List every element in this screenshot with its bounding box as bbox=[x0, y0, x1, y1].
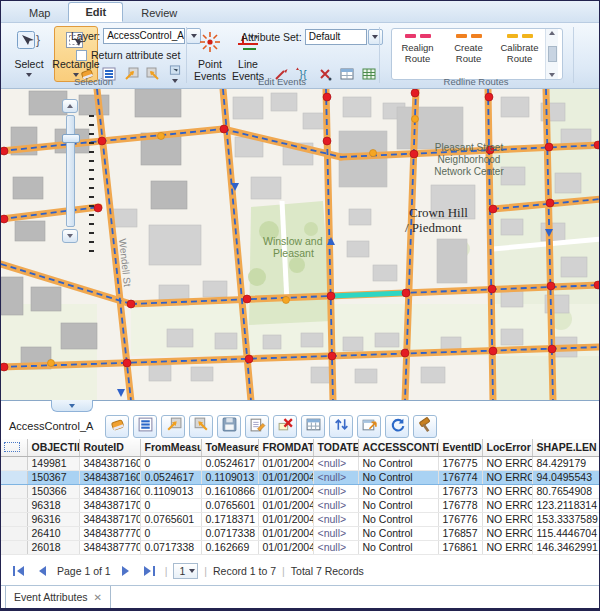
cell: 146.3462991 bbox=[532, 540, 600, 554]
layer-input[interactable]: AccessControl_A bbox=[103, 28, 185, 44]
tab-map[interactable]: Map bbox=[13, 4, 66, 22]
refresh-button[interactable] bbox=[385, 415, 409, 438]
zoom-out-button[interactable] bbox=[62, 229, 78, 243]
column-header[interactable]: TODATE bbox=[313, 439, 358, 456]
select-events-icon bbox=[109, 416, 126, 437]
return-attribute-set-checkbox[interactable] bbox=[76, 50, 87, 61]
select-all-corner[interactable] bbox=[1, 439, 27, 456]
table-row[interactable]: 264103484387770000.071733801/01/2004<nul… bbox=[1, 526, 600, 540]
pan-to-selection-button[interactable] bbox=[189, 415, 213, 438]
column-header[interactable]: ACCESSCONTROL bbox=[358, 439, 438, 456]
table-row[interactable]: 26018348438777000.07173380.16266901/01/2… bbox=[1, 540, 600, 554]
table-row[interactable]: 150366348438716000.11090130.161086601/01… bbox=[1, 484, 600, 498]
cell: 0.1718371 bbox=[201, 512, 258, 526]
row-selector[interactable] bbox=[1, 526, 27, 540]
realign-route-button[interactable]: Realign Route bbox=[392, 29, 443, 79]
column-header[interactable]: OBJECTID bbox=[27, 439, 79, 456]
edit-attributes-button[interactable] bbox=[245, 415, 269, 438]
select-button[interactable]: } Select bbox=[7, 26, 51, 82]
tab-review[interactable]: Review bbox=[125, 4, 193, 22]
pan-to-selection-icon bbox=[193, 416, 210, 437]
refresh-icon bbox=[389, 416, 406, 437]
column-header[interactable]: ToMeasure bbox=[201, 439, 258, 456]
cell: 0.0765601 bbox=[140, 512, 201, 526]
select-events-button[interactable] bbox=[105, 415, 129, 438]
zoom-slider-track[interactable] bbox=[66, 115, 75, 227]
column-header[interactable]: FROMDATE bbox=[258, 439, 313, 456]
cell: 96316 bbox=[27, 512, 79, 526]
scroll-thumb[interactable] bbox=[548, 46, 557, 62]
table-row[interactable]: 150367348438716000.05246170.110901301/01… bbox=[1, 470, 600, 484]
cell: 0.0717338 bbox=[140, 540, 201, 554]
panel-collapse-tab[interactable] bbox=[51, 400, 93, 412]
calibrate-route-button[interactable]: Calibrate Route bbox=[494, 29, 545, 79]
cell: 123.2118314 bbox=[532, 498, 600, 512]
row-selector[interactable] bbox=[1, 470, 27, 484]
table-row[interactable]: 96316348438717000.07656010.171837101/01/… bbox=[1, 512, 600, 526]
cell: 150366 bbox=[27, 484, 79, 498]
cell: 34843877700 bbox=[79, 540, 140, 554]
point-events-button[interactable]: Point Events bbox=[191, 26, 229, 82]
table-row[interactable]: 1499813484387160000.052461701/01/2004<nu… bbox=[1, 456, 600, 470]
row-selector[interactable] bbox=[1, 484, 27, 498]
column-header[interactable]: SHAPE.LEN bbox=[532, 439, 600, 456]
column-header[interactable]: LocError bbox=[482, 439, 532, 456]
last-page-button[interactable] bbox=[141, 563, 159, 579]
show-selected-records-button[interactable] bbox=[133, 415, 157, 438]
save-button[interactable] bbox=[217, 415, 241, 438]
row-selector[interactable] bbox=[1, 498, 27, 512]
cell: 01/01/2004 bbox=[258, 498, 313, 512]
column-header[interactable]: EventID bbox=[438, 439, 482, 456]
column-header[interactable]: FromMeasure bbox=[140, 439, 201, 456]
create-route-icon bbox=[456, 34, 482, 38]
clear-selection-button[interactable] bbox=[273, 415, 297, 438]
bottom-tabbar: Event Attributes ✕ bbox=[1, 585, 599, 609]
zoom-to-selection-button[interactable] bbox=[161, 415, 185, 438]
first-page-button[interactable] bbox=[9, 563, 27, 579]
cell: No Control bbox=[358, 484, 438, 498]
attribute-set-input[interactable]: Default bbox=[305, 29, 367, 45]
next-page-button[interactable] bbox=[117, 563, 135, 579]
cell: 0.0524617 bbox=[201, 456, 258, 470]
map-view[interactable]: Wendell St Winslow and Pleasant Crown Hi… bbox=[1, 89, 600, 400]
cell: 0 bbox=[140, 498, 201, 512]
cell: No Control bbox=[358, 526, 438, 540]
row-selector[interactable] bbox=[1, 456, 27, 470]
page-select[interactable]: 1 bbox=[173, 563, 198, 579]
ribbon-tabbar: Map Edit Review bbox=[1, 1, 599, 23]
show-table-icon bbox=[305, 416, 322, 437]
sort-records-button[interactable] bbox=[329, 415, 353, 438]
tools-button[interactable] bbox=[413, 415, 437, 438]
cell: 26018 bbox=[27, 540, 79, 554]
row-selector[interactable] bbox=[1, 540, 27, 554]
close-tab-icon[interactable]: ✕ bbox=[94, 592, 102, 603]
tab-edit[interactable]: Edit bbox=[68, 2, 123, 22]
cell: 0.0765601 bbox=[201, 498, 258, 512]
row-selector[interactable] bbox=[1, 512, 27, 526]
redline-scrollbar[interactable] bbox=[545, 29, 558, 79]
cell: 01/01/2004 bbox=[258, 512, 313, 526]
scroll-up-icon[interactable] bbox=[549, 31, 555, 35]
cell: 150367 bbox=[27, 470, 79, 484]
event-attributes-tab[interactable]: Event Attributes ✕ bbox=[5, 586, 111, 609]
show-table-button[interactable] bbox=[301, 415, 325, 438]
zoom-slider-handle[interactable] bbox=[62, 134, 80, 143]
tools-icon bbox=[417, 416, 434, 437]
column-header[interactable]: RouteID bbox=[79, 439, 140, 456]
create-route-button[interactable]: Create Route bbox=[443, 29, 494, 79]
event-editor-window: Map Edit Review } Select Rectangle Layer… bbox=[0, 0, 600, 611]
park-label-1: Winslow and bbox=[263, 235, 323, 247]
table-row[interactable]: 963183484387170000.076560101/01/2004<nul… bbox=[1, 498, 600, 512]
cell: 01/01/2004 bbox=[258, 526, 313, 540]
open-window-button[interactable] bbox=[357, 415, 381, 438]
cell: <null> bbox=[313, 470, 358, 484]
attribute-table-toolbar: AccessControl_A bbox=[1, 413, 600, 439]
selected-event-segment[interactable] bbox=[331, 293, 405, 296]
map-zoom-slider[interactable] bbox=[59, 99, 81, 243]
zoom-in-button[interactable] bbox=[62, 99, 78, 113]
poi-label-1: Pleasant Street bbox=[435, 142, 504, 153]
cell: <null> bbox=[313, 512, 358, 526]
zoom-to-selection-icon bbox=[165, 416, 182, 437]
prev-page-button[interactable] bbox=[33, 563, 51, 579]
attribute-set-dropdown-button[interactable] bbox=[368, 29, 383, 45]
